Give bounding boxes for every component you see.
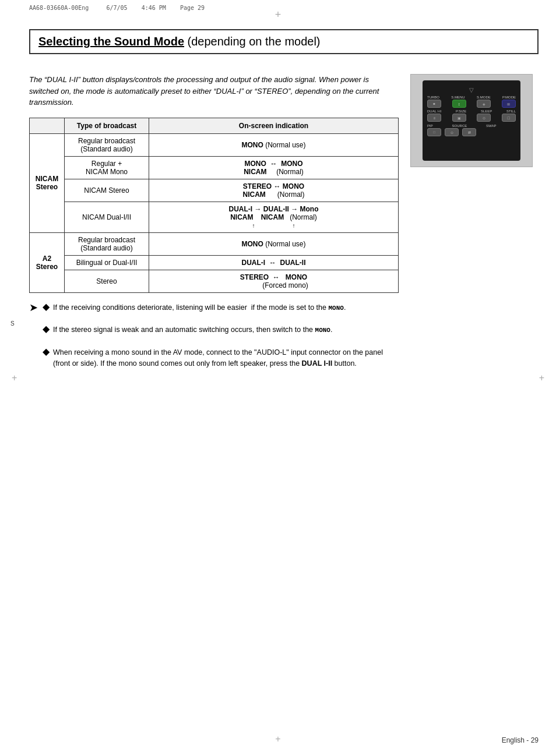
label-sleep: SLEEP — [481, 109, 492, 113]
notes-section: ➤ ◆ If the receiving conditions deterior… — [29, 302, 399, 375]
label-psize: P.SIZE — [456, 109, 466, 113]
btn-still[interactable]: ☐ — [502, 114, 516, 122]
crosshair-top: + — [275, 9, 281, 21]
table-row: Bilingual or Dual-I/II DUAL-I ↔ DUAL-II — [30, 255, 399, 270]
left-column: The “DUAL I-II” button displays/controls… — [29, 74, 399, 381]
btn-turbo[interactable]: ■ — [427, 100, 441, 108]
btn-pip[interactable]: □ — [427, 128, 441, 136]
nicam-row3-indication: STEREO ↔ MONO NICAM (Normal) — [149, 179, 399, 202]
btn-swap[interactable]: ⇄ — [462, 128, 476, 136]
btn-smenu-icon: ↕ — [458, 102, 460, 106]
btn-pmode-icon: ⊞ — [507, 102, 510, 106]
label-dual: DUAL I-II — [427, 109, 441, 113]
bullet-2: ◆ — [43, 323, 50, 334]
margin-mark-1: S — [10, 320, 15, 327]
note-item-3: ◆ When receiving a mono sound in the AV … — [43, 347, 399, 369]
main-layout: The “DUAL I-II” button displays/controls… — [29, 74, 539, 381]
a2-row2-indication: DUAL-I ↔ DUAL-II — [149, 255, 399, 270]
crosshair-bottom: + — [275, 734, 280, 744]
label-turbo: TURBO — [427, 96, 439, 99]
note-text-1: If the receiving conditions deteriorate,… — [53, 302, 346, 313]
btn-smode-icon: ◈ — [483, 102, 485, 106]
table-row: Stereo STEREO ↔ MONO (Forced mono) — [30, 270, 399, 292]
btn-smenu[interactable]: ↕ — [452, 100, 466, 108]
btn-pip-icon: □ — [433, 130, 435, 134]
btn-source-icon: ⊙ — [451, 130, 453, 135]
doc-time: 4:46 PM — [142, 5, 166, 11]
right-column: ▽ TURBO S.MENU S.MODE P.MODE ■ — [410, 74, 539, 381]
remote-image: ▽ TURBO S.MENU S.MODE P.MODE ■ — [410, 74, 533, 167]
page-title: Selecting the Sound Mode (depending on t… — [38, 35, 529, 48]
table-header-indication: On-screen indication — [149, 118, 399, 133]
remote-btn-row2: Ⅱ ▣ ⊙ ☐ — [427, 114, 516, 122]
table-row: NICAM Dual-I/II DUAL-I → DUAL-II → Mono … — [30, 202, 399, 232]
footer-text: English - 29 — [502, 736, 539, 744]
btn-psize-icon: ▣ — [458, 116, 461, 120]
btn-dual[interactable]: Ⅱ — [427, 114, 441, 122]
title-normal: (depending on the model) — [188, 35, 321, 48]
remote-triangle: ▽ — [469, 87, 474, 93]
note-text-3: When receiving a mono sound in the AV mo… — [53, 347, 399, 369]
btn-psize[interactable]: ▣ — [452, 114, 466, 122]
nicam-row1-broadcast: Regular broadcast(Standard audio) — [65, 133, 149, 156]
btn-still-icon: ☐ — [507, 116, 510, 120]
note-text-2: If the stereo signal is weak and an auto… — [53, 324, 332, 335]
title-bold: Selecting the Sound Mode — [38, 35, 184, 48]
note-arrow-row: ➤ ◆ If the receiving conditions deterior… — [29, 302, 399, 375]
label-source: SOURCE — [452, 124, 467, 128]
nicam-row1-indication: MONO (Normal use) — [149, 133, 399, 156]
btn-smode[interactable]: ◈ — [477, 100, 491, 108]
nicam-row2-indication: MONO ↔ MONO NICAM (Normal) — [149, 156, 399, 179]
table-row: NICAMStereo Regular broadcast(Standard a… — [30, 133, 399, 156]
a2-row3-indication: STEREO ↔ MONO (Forced mono) — [149, 270, 399, 292]
btn-pmode[interactable]: ⊞ — [502, 100, 516, 108]
remote-btn-row1: ■ ↕ ◈ ⊞ — [427, 100, 516, 108]
doc-date: 6/7/05 — [106, 5, 127, 11]
note-item-2: ◆ If the stereo signal is weak and an au… — [43, 324, 399, 335]
a2-row2-broadcast: Bilingual or Dual-I/II — [65, 255, 149, 270]
a2-row1-indication: MONO (Normal use) — [149, 232, 399, 255]
remote-label-row3: PIP SOURCE SWAP — [427, 124, 497, 128]
bullet-list: ◆ If the receiving conditions deteriorat… — [43, 302, 399, 375]
note-item-1: ◆ If the receiving conditions deteriorat… — [43, 302, 399, 313]
btn-source[interactable]: ⊙ — [445, 128, 459, 136]
remote-indicator-area: ▽ — [427, 85, 516, 94]
remote-btn-row3: □ ⊙ ⇄ — [427, 128, 516, 136]
a2-row3-broadcast: Stereo — [65, 270, 149, 292]
a2-row1-broadcast: Regular broadcast(Standard audio) — [65, 232, 149, 255]
main-content: Selecting the Sound Mode (depending on t… — [29, 29, 539, 727]
page-label: Page 29 — [180, 5, 205, 11]
remote-panel: ▽ TURBO S.MENU S.MODE P.MODE ■ — [423, 80, 520, 161]
btn-sleep-icon: ⊙ — [483, 116, 485, 120]
btn-sleep[interactable]: ⊙ — [477, 114, 491, 122]
remote-label-row2: DUAL I-II P.SIZE SLEEP STILL — [427, 109, 516, 113]
table-header-broadcast: Type of broadcast — [65, 118, 149, 133]
top-meta: AA68-03660A-00Eng 6/7/05 4:46 PM Page 29 — [29, 5, 205, 11]
label-swap: SWAP — [486, 124, 496, 128]
nicam-row4-broadcast: NICAM Dual-I/II — [65, 202, 149, 232]
footer: English - 29 — [502, 736, 539, 744]
table-row: A2Stereo Regular broadcast(Standard audi… — [30, 232, 399, 255]
page: AA68-03660A-00Eng 6/7/05 4:46 PM Page 29… — [0, 0, 556, 756]
sound-mode-table: Type of broadcast On-screen indication N… — [29, 118, 399, 293]
nicam-row3-broadcast: NICAM Stereo — [65, 179, 149, 202]
title-box: Selecting the Sound Mode (depending on t… — [29, 29, 539, 54]
label-pmode: P.MODE — [502, 96, 516, 99]
arrow-icon: ➤ — [29, 301, 38, 314]
btn-dual-icon: Ⅱ — [434, 116, 435, 120]
label-smenu: S.MENU — [451, 96, 464, 99]
table-header-empty — [30, 118, 65, 133]
nicam-row2-broadcast: Regular +NICAM Mono — [65, 156, 149, 179]
nicam-group-cell: NICAMStereo — [30, 133, 65, 232]
bullet-3: ◆ — [43, 346, 50, 357]
table-row: Regular +NICAM Mono MONO ↔ MONO NICAM (N… — [30, 156, 399, 179]
crosshair-left: + — [12, 373, 17, 383]
table-row: NICAM Stereo STEREO ↔ MONO NICAM (Normal… — [30, 179, 399, 202]
label-smode: S.MODE — [477, 96, 491, 99]
btn-swap-icon: ⇄ — [468, 130, 471, 135]
nicam-row4-indication: DUAL-I → DUAL-II → Mono NICAM NICAM (Nor… — [149, 202, 399, 232]
remote-label-row1: TURBO S.MENU S.MODE P.MODE — [427, 96, 516, 99]
a2-group-cell: A2Stereo — [30, 232, 65, 292]
intro-paragraph: The “DUAL I-II” button displays/controls… — [29, 74, 399, 108]
btn-turbo-icon: ■ — [433, 102, 435, 105]
